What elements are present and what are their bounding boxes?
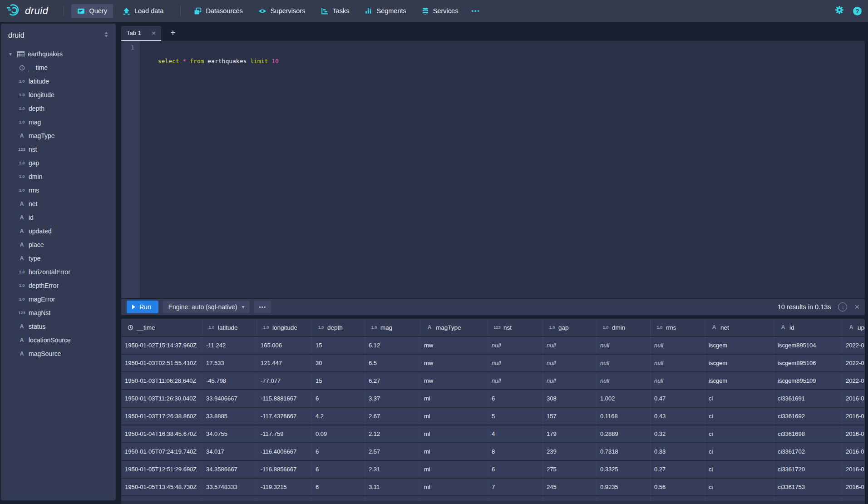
tree-field-item[interactable]: 1.0 depthError [1, 279, 116, 292]
table-cell[interactable]: 0.1168 [597, 408, 651, 425]
table-cell[interactable]: 2016-0 [842, 425, 865, 442]
table-cell[interactable]: null [543, 372, 597, 389]
table-cell[interactable]: -117.759 [257, 425, 312, 442]
nav-segments[interactable]: Segments [359, 4, 412, 18]
table-cell[interactable]: 5 [488, 408, 543, 425]
table-cell[interactable]: ci3361720 [774, 461, 842, 478]
table-cell[interactable]: 308 [543, 390, 597, 407]
table-cell[interactable]: 1950-01-05T12:51:29.690Z [121, 461, 202, 478]
table-cell[interactable]: 3.11 [365, 479, 420, 495]
table-cell[interactable]: 2022-0 [842, 337, 865, 354]
table-cell[interactable]: 179 [543, 425, 597, 442]
table-cell[interactable]: 0.7318 [597, 443, 651, 460]
column-header[interactable]: 123 nst [488, 319, 543, 336]
table-cell[interactable]: 6 [312, 479, 365, 495]
nav-tasks[interactable]: Tasks [315, 4, 355, 18]
table-cell[interactable]: iscgem895106 [774, 355, 842, 371]
table-cell[interactable]: 0.3325 [597, 461, 651, 478]
table-cell[interactable]: 2016-0 [842, 461, 865, 478]
table-cell[interactable]: null [651, 372, 705, 389]
tree-field-item[interactable]: A updated [1, 224, 116, 238]
table-cell[interactable]: ml [420, 408, 488, 425]
run-button[interactable]: Run [127, 301, 158, 313]
table-cell[interactable]: iscgem [705, 355, 774, 371]
settings-gear-icon[interactable] [835, 5, 844, 16]
table-cell[interactable]: 157 [543, 408, 597, 425]
table-cell[interactable]: 2016-0 [842, 408, 865, 425]
table-cell[interactable]: 1950-01-05T07:24:19.740Z [121, 443, 202, 460]
tree-field-item[interactable]: A place [1, 238, 116, 252]
table-cell[interactable]: -77.077 [257, 372, 312, 389]
table-cell[interactable]: 6 [488, 390, 543, 407]
table-cell[interactable]: 6 [312, 461, 365, 478]
tree-field-item[interactable]: A id [1, 211, 116, 224]
table-cell[interactable]: null [488, 355, 543, 371]
table-cell[interactable]: 0.09 [312, 425, 365, 442]
table-cell[interactable]: null [488, 372, 543, 389]
table-cell[interactable]: ml [420, 461, 488, 478]
tree-field-item[interactable]: 1.0 dmin [1, 170, 116, 183]
table-cell[interactable]: ci [705, 443, 774, 460]
add-tab-button[interactable]: + [168, 28, 178, 41]
table-cell[interactable]: ml [420, 479, 488, 495]
sql-editor[interactable]: 1 select * from earthquakes limit 10 [121, 41, 865, 298]
table-cell[interactable]: iscgem895109 [774, 372, 842, 389]
table-cell[interactable]: 1950-01-03T17:26:38.860Z [121, 408, 202, 425]
tree-field-item[interactable]: A type [1, 252, 116, 265]
column-header[interactable]: 1.0 rms [651, 319, 705, 336]
table-cell[interactable]: 30 [312, 355, 365, 371]
column-header[interactable]: 1.0 mag [365, 319, 420, 336]
nav-services[interactable]: Services [416, 4, 464, 18]
table-cell[interactable]: ci [705, 425, 774, 442]
table-cell[interactable]: 33.5748333 [202, 479, 257, 495]
table-cell[interactable]: 0.2889 [597, 425, 651, 442]
tree-field-item[interactable]: 1.0 latitude [1, 74, 116, 88]
table-cell[interactable]: 165.006 [257, 337, 312, 354]
table-cell[interactable]: 34.0755 [202, 425, 257, 442]
table-cell[interactable]: -116.8856667 [257, 461, 312, 478]
table-cell[interactable]: 275 [543, 461, 597, 478]
table-cell[interactable]: mw [420, 372, 488, 389]
tree-field-item[interactable]: A magSource [1, 347, 116, 361]
table-cell[interactable]: 0.27 [651, 461, 705, 478]
table-cell[interactable]: 8 [488, 443, 543, 460]
table-cell[interactable]: -11.242 [202, 337, 257, 354]
table-cell[interactable]: 0.43 [651, 408, 705, 425]
tree-field-item[interactable]: 123 magNst [1, 306, 116, 320]
tree-item-earthquakes[interactable]: ▾ earthquakes [1, 47, 116, 61]
table-cell[interactable]: 1950-01-03T11:06:28.640Z [121, 372, 202, 389]
table-cell[interactable]: iscgem [705, 337, 774, 354]
column-header[interactable]: 1.0 dmin [597, 319, 651, 336]
table-cell[interactable]: 1950-01-03T11:26:30.040Z [121, 390, 202, 407]
table-cell[interactable]: 1950-01-04T16:38:45.670Z [121, 425, 202, 442]
tree-field-item[interactable]: 1.0 magError [1, 292, 116, 306]
table-cell[interactable]: ci3361698 [774, 425, 842, 442]
table-cell[interactable]: 2022-0 [842, 372, 865, 389]
table-cell[interactable]: 0.32 [651, 425, 705, 442]
column-header[interactable]: 1.0 gap [543, 319, 597, 336]
tree-field-item[interactable]: 1.0 rms [1, 183, 116, 197]
table-cell[interactable]: -117.4376667 [257, 408, 312, 425]
nav-datasources[interactable]: Datasources [188, 4, 248, 18]
table-cell[interactable]: mw [420, 337, 488, 354]
chevron-down-icon[interactable]: ▾ [5, 51, 15, 57]
table-cell[interactable]: 6.27 [365, 372, 420, 389]
engine-select[interactable]: Engine: auto (sql-native) ▾ [163, 301, 250, 313]
table-cell[interactable]: ci3361702 [774, 443, 842, 460]
tree-field-item[interactable]: __time [1, 61, 116, 74]
table-cell[interactable]: null [597, 355, 651, 371]
download-icon[interactable]: ↓ [838, 302, 847, 311]
table-cell[interactable]: null [488, 337, 543, 354]
table-cell[interactable]: ml [420, 390, 488, 407]
table-cell[interactable]: iscgem [705, 372, 774, 389]
table-cell[interactable]: 2.67 [365, 408, 420, 425]
table-cell[interactable]: 3.37 [365, 390, 420, 407]
table-cell[interactable]: 4 [488, 425, 543, 442]
close-results-icon[interactable]: × [854, 303, 859, 311]
table-cell[interactable]: 0.56 [651, 479, 705, 495]
table-cell[interactable]: ml [420, 425, 488, 442]
column-header[interactable]: A magType [420, 319, 488, 336]
table-cell[interactable]: null [543, 355, 597, 371]
table-cell[interactable]: 15 [312, 372, 365, 389]
table-cell[interactable]: ci3361692 [774, 408, 842, 425]
